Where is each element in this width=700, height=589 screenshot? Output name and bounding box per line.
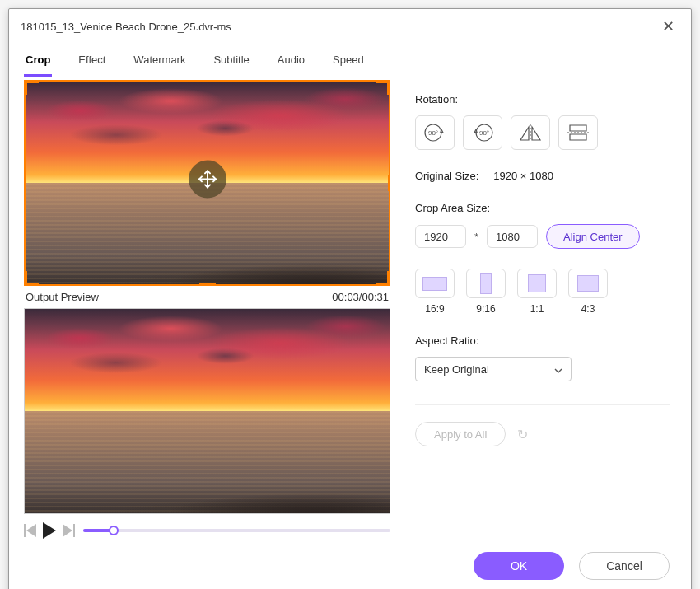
aspect-ratio-label: Aspect Ratio: xyxy=(415,334,676,347)
rotate-cw-button[interactable]: 90° xyxy=(415,115,455,150)
apply-to-all-button[interactable]: Apply to All xyxy=(415,422,506,446)
crop-area-label: Crop Area Size: xyxy=(415,202,676,214)
crop-handle-bl[interactable] xyxy=(24,271,39,286)
svg-marker-7 xyxy=(520,127,529,140)
right-pane: Rotation: 90° 90° xyxy=(415,80,676,540)
output-preview-label: Output Preview xyxy=(26,291,99,303)
aspect-ratio-select[interactable]: Keep Original xyxy=(415,357,572,381)
ratio-4-3-label: 4:3 xyxy=(581,303,595,315)
tab-bar: Crop Effect Watermark Subtitle Audio Spe… xyxy=(9,44,691,77)
ok-button[interactable]: OK xyxy=(474,552,564,580)
crop-handle-r[interactable] xyxy=(388,175,390,191)
ratio-9-16-button[interactable]: 9:16 xyxy=(466,269,506,315)
playback-controls xyxy=(24,514,390,539)
tab-speed[interactable]: Speed xyxy=(331,49,366,77)
left-pane: Output Preview 00:03/00:31 xyxy=(24,80,390,540)
rotate-ccw-button[interactable]: 90° xyxy=(463,115,502,150)
ratio-1-1-label: 1:1 xyxy=(530,303,544,315)
editor-window: 181015_13_Venice Beach Drone_25.dvr-ms ✕… xyxy=(8,8,692,589)
ratio-16-9-label: 16:9 xyxy=(425,303,444,315)
align-center-button[interactable]: Align Center xyxy=(546,224,640,249)
tab-subtitle[interactable]: Subtitle xyxy=(212,49,250,77)
svg-marker-8 xyxy=(532,127,540,140)
window-title: 181015_13_Venice Beach Drone_25.dvr-ms xyxy=(21,21,231,33)
tab-watermark[interactable]: Watermark xyxy=(132,49,187,77)
multiply-symbol: * xyxy=(474,231,478,243)
titlebar: 181015_13_Venice Beach Drone_25.dvr-ms ✕ xyxy=(9,9,691,44)
crop-handle-tl[interactable] xyxy=(24,80,39,95)
crop-width-input[interactable] xyxy=(415,225,466,248)
tab-effect[interactable]: Effect xyxy=(77,49,107,77)
footer: OK Cancel xyxy=(9,540,691,589)
ratio-1-1-button[interactable]: 1:1 xyxy=(517,269,557,315)
crop-handle-l[interactable] xyxy=(24,175,26,191)
ratio-4-3-button[interactable]: 4:3 xyxy=(568,269,608,315)
original-size-value: 1920 × 1080 xyxy=(493,170,553,182)
tab-audio[interactable]: Audio xyxy=(276,49,306,77)
svg-text:90°: 90° xyxy=(479,129,489,137)
output-preview xyxy=(24,308,390,514)
crop-handle-b[interactable] xyxy=(199,283,216,286)
divider xyxy=(415,404,670,405)
tab-crop[interactable]: Crop xyxy=(24,49,52,77)
crop-preview[interactable] xyxy=(24,80,390,286)
seek-slider[interactable] xyxy=(83,529,390,532)
move-icon[interactable] xyxy=(189,160,226,198)
preview-info-bar: Output Preview 00:03/00:31 xyxy=(24,286,390,308)
rotation-label: Rotation: xyxy=(415,93,676,105)
play-button[interactable] xyxy=(43,522,56,539)
seek-knob[interactable] xyxy=(109,526,119,535)
flip-horizontal-button[interactable] xyxy=(511,115,550,150)
ratio-16-9-button[interactable]: 16:9 xyxy=(415,269,455,315)
reset-icon[interactable]: ↻ xyxy=(517,427,528,442)
crop-height-input[interactable] xyxy=(487,225,538,248)
flip-vertical-button[interactable] xyxy=(558,115,598,150)
prev-button[interactable] xyxy=(24,524,36,537)
next-button[interactable] xyxy=(63,524,75,537)
cancel-button[interactable]: Cancel xyxy=(579,552,670,580)
svg-marker-11 xyxy=(570,134,586,140)
ratio-9-16-label: 9:16 xyxy=(476,303,495,315)
original-size-label: Original Size: xyxy=(415,170,478,182)
crop-handle-t[interactable] xyxy=(199,80,216,82)
close-icon[interactable]: ✕ xyxy=(657,16,679,37)
svg-marker-10 xyxy=(570,125,586,131)
svg-text:90°: 90° xyxy=(428,129,438,137)
crop-handle-br[interactable] xyxy=(376,271,390,286)
chevron-down-icon xyxy=(554,363,562,376)
timecode: 00:03/00:31 xyxy=(332,291,389,303)
crop-handle-tr[interactable] xyxy=(376,80,390,95)
aspect-ratio-value: Keep Original xyxy=(424,363,489,376)
